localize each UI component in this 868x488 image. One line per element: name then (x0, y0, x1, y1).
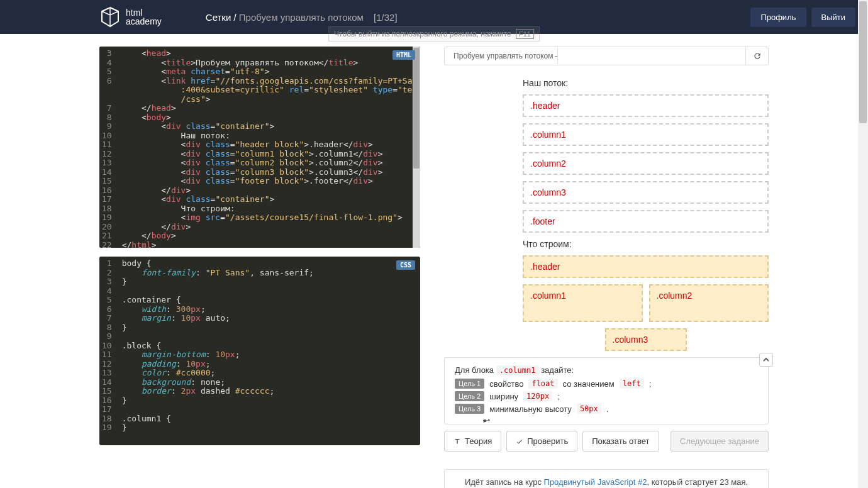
breadcrumb: Сетки / Пробуем управлять потоком [1/32] (206, 12, 398, 23)
flow-box: .column3 (523, 181, 769, 204)
show-answer-button[interactable]: Показать ответ (582, 431, 659, 452)
font-icon (453, 438, 461, 445)
cursor-icon: ➶ (480, 413, 494, 428)
preview-tab[interactable]: Пробуем управлять потоком — H (445, 48, 558, 64)
logout-button[interactable]: Выйти (811, 8, 856, 27)
goal-badge: Цель 2 (455, 391, 484, 401)
goal-badge: Цель 1 (455, 379, 484, 389)
preview-pane: Наш поток: .header.column1.column2.colum… (444, 72, 769, 351)
breadcrumb-count: [1/32] (374, 12, 398, 23)
flow-box: .column1 (523, 123, 769, 146)
goal-row: Цель 2ширину 120px ; (455, 391, 758, 401)
collapse-handle[interactable] (759, 353, 773, 367)
css-editor[interactable]: CSS 12345678910111213141516171819 body {… (99, 257, 420, 445)
flow-box: .footer (523, 210, 769, 233)
check-button[interactable]: Проверить (506, 431, 577, 452)
refresh-button[interactable] (745, 47, 768, 65)
logo[interactable]: html academy (101, 6, 162, 28)
css-code[interactable]: body { font-family: "PT Sans", sans-seri… (117, 257, 319, 435)
fullscreen-exit-hint: Чтобы выйти из полноэкранного режима, на… (328, 26, 540, 42)
footer-link[interactable]: Продвинутый JavaScript #2 (544, 477, 647, 487)
goal-row: Цель 1свойство float со значением left ; (455, 379, 758, 389)
html-gutter: 3456 78910111213141516171819202122 (99, 47, 117, 248)
goals-intro: Для блока .column1 задайте: (455, 365, 758, 375)
action-row: Теория Проверить Показать ответ Следующе… (444, 431, 769, 452)
key-f11: F11 (516, 29, 534, 39)
footer-note: Идёт запись на курс Продвинутый JavaScri… (444, 469, 769, 488)
theory-button[interactable]: Теория (444, 431, 501, 452)
check-icon (516, 438, 523, 445)
logo-text-bottom: academy (126, 17, 162, 26)
breadcrumb-main[interactable]: Сетки / (206, 12, 236, 23)
css-badge: CSS (396, 260, 415, 270)
preview-section2-title: Что строим: (523, 239, 769, 249)
goal-row: Цель 3минимальную высоту 50px . (455, 404, 758, 414)
goal-badge: Цель 3 (455, 404, 484, 414)
profile-button[interactable]: Профиль (750, 8, 806, 27)
css-gutter: 12345678910111213141516171819 (99, 257, 117, 435)
preview-tabbar: Пробуем управлять потоком — H (444, 47, 769, 65)
breadcrumb-sub: Пробуем управлять потоком (239, 12, 364, 23)
flow-box: .column2 (523, 152, 769, 175)
target-col2-box: .column2 (649, 284, 769, 322)
target-header-box: .header (523, 255, 769, 278)
html-code[interactable]: <head> <title>Пробуем управлять потоком<… (117, 47, 420, 248)
logo-text-top: html (126, 8, 162, 17)
chevron-up-icon (763, 357, 769, 363)
target-col3-box: .column3 (605, 328, 687, 351)
next-task-button[interactable]: Следующее задание (670, 431, 769, 452)
preview-section1-title: Наш поток: (523, 78, 769, 88)
html-badge: HTML (392, 50, 415, 60)
refresh-icon (753, 52, 762, 60)
html-editor[interactable]: HTML 3456 78910111213141516171819202122 … (99, 47, 420, 248)
page-scrollbar[interactable] (858, 0, 868, 488)
logo-icon (101, 6, 120, 28)
goals-panel: Для блока .column1 задайте: Цель 1свойст… (444, 357, 769, 424)
target-col1-box: .column1 (523, 284, 643, 322)
html-editor-scrollbar[interactable] (413, 47, 420, 248)
intro-code: .column1 (496, 365, 539, 375)
flow-box: .header (523, 94, 769, 117)
